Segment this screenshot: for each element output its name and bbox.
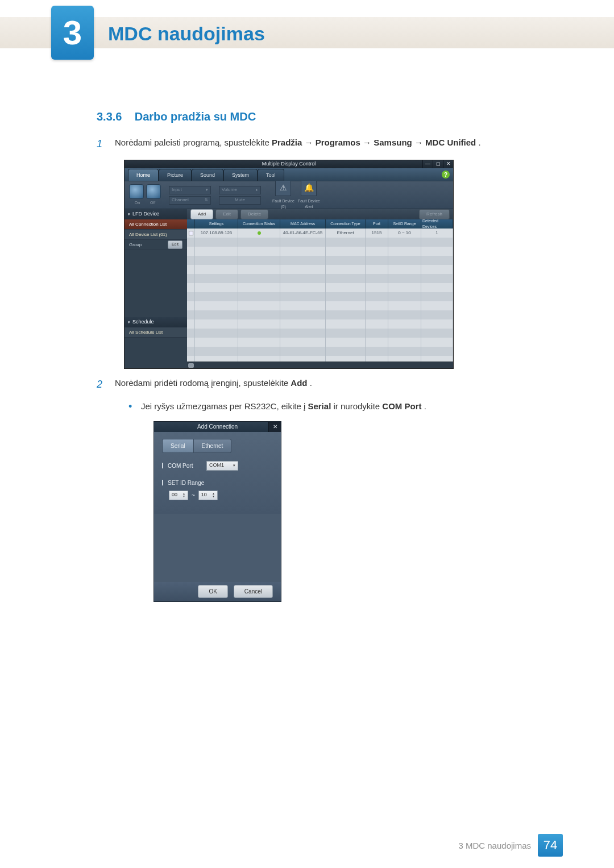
ok-button[interactable]: OK: [198, 585, 227, 598]
maximize-button[interactable]: ◻: [433, 160, 443, 168]
label-mute: Mute: [235, 197, 245, 203]
tab-sound[interactable]: Sound: [192, 169, 223, 181]
chapter-title: MDC naudojimas: [108, 23, 265, 45]
com-port-value: COM1: [209, 462, 224, 470]
kw-com-port: COM Port: [382, 401, 421, 411]
sidebar-all-connection-list[interactable]: All Connection List: [125, 219, 187, 230]
dialog-titlebar: Add Connection ✕: [154, 422, 281, 432]
col-connection-type: Connection Type: [326, 219, 366, 229]
field-marker: [162, 463, 163, 468]
close-button[interactable]: ✕: [443, 160, 453, 168]
step-text: Norėdami pridėti rodomą įrenginį, spuste…: [115, 377, 312, 390]
table-row: [187, 238, 453, 247]
tab-ethernet[interactable]: Ethernet: [194, 439, 232, 453]
section-heading: 3.3.6 Darbo pradžia su MDC: [97, 108, 563, 125]
cell-settings: 107.108.89.126: [195, 229, 238, 238]
sidebar-spacer: [125, 250, 187, 317]
cell-status: [238, 229, 280, 238]
table-row: [187, 265, 453, 274]
range-to-value: 10: [201, 491, 207, 499]
group-edit-button[interactable]: Edit: [168, 240, 182, 249]
edit-button[interactable]: Edit: [215, 209, 238, 219]
kw-serial: Serial: [308, 401, 331, 411]
tab-home[interactable]: Home: [128, 169, 159, 181]
tab-system[interactable]: System: [223, 169, 258, 181]
sidebar-all-schedule-list[interactable]: All Schedule List: [125, 327, 187, 338]
dialog-spacer: [154, 514, 281, 582]
sidebar-all-device-list[interactable]: All Device List (01): [125, 230, 187, 240]
tab-serial[interactable]: Serial: [162, 439, 194, 453]
table-row: [187, 274, 453, 283]
fault-device-icon[interactable]: ⚠: [275, 180, 291, 196]
power-on-button[interactable]: [129, 184, 144, 199]
chevron-down-icon: ▾: [233, 463, 235, 469]
sidebar-header-schedule[interactable]: ▾Schedule: [125, 317, 187, 327]
cancel-button[interactable]: Cancel: [234, 585, 273, 598]
tab-picture[interactable]: Picture: [159, 169, 192, 181]
bullet-serial: • Jei ryšys užmezgamas per RS232C, eikit…: [128, 400, 563, 413]
label-off: Off: [150, 200, 155, 206]
page-content: 3.3.6 Darbo pradžia su MDC 1 Norėdami pa…: [97, 108, 563, 602]
range-from-value: 00: [172, 491, 177, 499]
device-table-header: Settings Connection Status MAC Address C…: [187, 219, 453, 229]
col-connection-status: Connection Status: [238, 219, 280, 229]
table-row: [187, 292, 453, 301]
step-2: 2 Norėdami pridėti rodomą įrenginį, spus…: [97, 377, 563, 392]
t: .: [478, 138, 480, 147]
kw-add: Add: [291, 378, 307, 388]
delete-button[interactable]: Delete: [240, 209, 268, 219]
cell-range: 0 ~ 10: [388, 229, 421, 238]
t: Norėdami paleisti programą, spustelėkite: [115, 138, 272, 147]
section-number: 3.3.6: [97, 110, 122, 123]
fault-alert-icon[interactable]: 🔔: [301, 180, 317, 196]
channel-select[interactable]: Channel⇅: [169, 196, 211, 205]
add-button[interactable]: Add: [190, 209, 213, 219]
input-select[interactable]: Input▾: [169, 186, 211, 194]
cell-port: 1515: [366, 229, 388, 238]
range-from-stepper[interactable]: 00 ▲▼: [169, 491, 188, 500]
dialog-body: Serial Ethernet COM Port COM1 ▾ SET ID R…: [154, 432, 281, 514]
col-port: Port: [366, 219, 388, 229]
help-icon[interactable]: ?: [442, 171, 450, 178]
table-row: [187, 356, 453, 362]
window-controls: — ◻ ✕: [422, 160, 453, 168]
range-to-stepper[interactable]: 10 ▲▼: [198, 491, 218, 500]
fault-alert-label: Fault DeviceAlert: [298, 198, 320, 210]
cell-conn-type: Ethernet: [326, 229, 366, 238]
action-bar: Add Edit Delete Refresh: [187, 209, 453, 219]
power-off-button[interactable]: [146, 184, 161, 199]
set-id-range-row: 00 ▲▼ ~ 10 ▲▼: [169, 491, 273, 500]
com-port-row: COM Port COM1 ▾: [162, 461, 273, 471]
chapter-badge: 3: [51, 6, 94, 60]
bullet-icon: •: [128, 401, 134, 412]
chapter-number: 3: [63, 13, 82, 52]
volume-field[interactable]: Volume▸: [219, 186, 261, 194]
row-checkbox[interactable]: [189, 231, 193, 235]
dialog-close-button[interactable]: ✕: [268, 422, 281, 432]
add-connection-dialog: Add Connection ✕ Serial Ethernet COM Por…: [154, 421, 281, 602]
table-row: [187, 347, 453, 356]
t: Norėdami pridėti rodomą įrenginį, spuste…: [115, 378, 291, 388]
set-id-range-label: SET ID Range: [168, 479, 204, 487]
com-port-select[interactable]: COM1 ▾: [206, 461, 238, 471]
table-row[interactable]: 107.108.89.126 40-61-86-4E-FC-65 Etherne…: [187, 229, 453, 238]
tab-tool[interactable]: Tool: [258, 169, 284, 181]
cell-detected: 1: [421, 229, 453, 238]
table-row: [187, 256, 453, 265]
window-title: Multiple Display Control: [262, 160, 316, 168]
table-row: [187, 301, 453, 310]
mute-button[interactable]: Mute: [219, 196, 261, 205]
horizontal-scrollbar[interactable]: [187, 362, 453, 368]
page-footer: 3 MDC naudojimas 74: [0, 834, 614, 857]
mdc-main-window: Multiple Display Control — ◻ ✕ Home Pict…: [124, 160, 454, 369]
dialog-title: Add Connection: [197, 422, 238, 431]
table-row: [187, 319, 453, 329]
minimize-button[interactable]: —: [422, 160, 433, 168]
t: Jei ryšys užmezgamas per RS232C, eikite …: [141, 401, 308, 411]
step-1: 1 Norėdami paleisti programą, spustelėki…: [97, 136, 563, 152]
sidebar-header-lfd[interactable]: ▾LFD Device: [125, 209, 187, 219]
arrow: →: [414, 138, 425, 147]
sidebar-group[interactable]: Group Edit: [125, 240, 187, 250]
kw-start: Pradžia: [272, 138, 302, 147]
scrollbar-thumb[interactable]: [188, 363, 194, 368]
